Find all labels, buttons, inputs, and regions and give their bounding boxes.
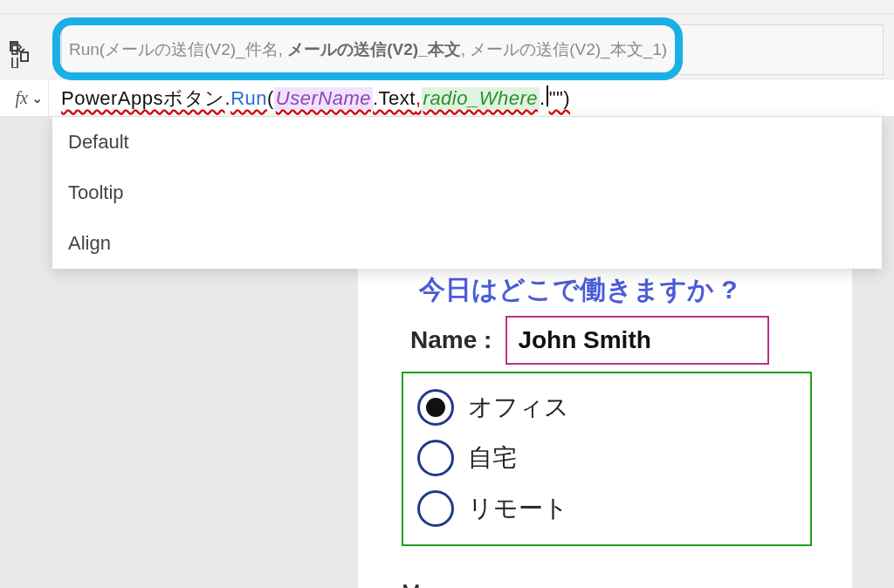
indent-icon[interactable] [3, 35, 42, 73]
name-label: Name : [410, 326, 492, 354]
intellisense-signature: Run(メールの送信(V2)_件名, メールの送信(V2)_本文, メールの送信… [61, 24, 884, 75]
radio-label: 自宅 [468, 441, 517, 475]
autocomplete-item[interactable]: Align [52, 218, 882, 269]
ribbon-strip [0, 0, 894, 14]
formula-token-username: UserName [274, 87, 373, 110]
radio-label: リモート [468, 492, 568, 525]
chevron-down-icon[interactable]: ⌄ [31, 90, 43, 106]
autocomplete-panel[interactable]: DefaultTooltipAlign [52, 117, 882, 269]
radio-circle-icon [417, 389, 454, 426]
text-cursor [547, 85, 548, 106]
svg-rect-1 [21, 52, 28, 61]
screen-heading: 今日はどこで働きますか ? [419, 272, 738, 308]
radio-option[interactable]: 自宅 [417, 440, 796, 476]
radio-label: オフィス [468, 391, 569, 424]
name-input[interactable] [505, 316, 769, 365]
intellisense-text: Run(メールの送信(V2)_件名, メールの送信(V2)_本文, メールの送信… [69, 38, 667, 61]
formula-fx-label[interactable]: fx ⌄ [0, 79, 49, 116]
radio-dot-icon [426, 398, 445, 417]
formula-token-run: Run [230, 87, 267, 110]
autocomplete-item[interactable]: Tooltip [52, 168, 882, 218]
autocomplete-item[interactable]: Default [52, 117, 882, 168]
radio-option[interactable]: リモート [417, 490, 796, 527]
name-row: Name : [410, 316, 769, 365]
formula-token-radio: radio_Where [422, 87, 540, 110]
radio-option[interactable]: オフィス [417, 389, 796, 426]
message-label: Message : [402, 579, 506, 588]
radio-where-group[interactable]: オフィス自宅リモート [402, 372, 812, 546]
formula-token-textprop: .Text [373, 87, 416, 110]
formula-bar[interactable]: fx ⌄ PowerAppsボタン.Run(UserName.Text,radi… [0, 79, 894, 117]
formula-input[interactable]: PowerAppsボタン.Run(UserName.Text,radio_Whe… [49, 84, 570, 112]
radio-circle-icon [417, 490, 454, 527]
fx-icon: fx [16, 88, 28, 108]
formula-token-flow: PowerAppsボタン [61, 85, 225, 112]
formula-token-tail: "") [549, 87, 570, 110]
app-screen: 今日はどこで働きますか ? Name : オフィス自宅リモート Message … [358, 265, 852, 588]
radio-circle-icon [417, 440, 454, 476]
